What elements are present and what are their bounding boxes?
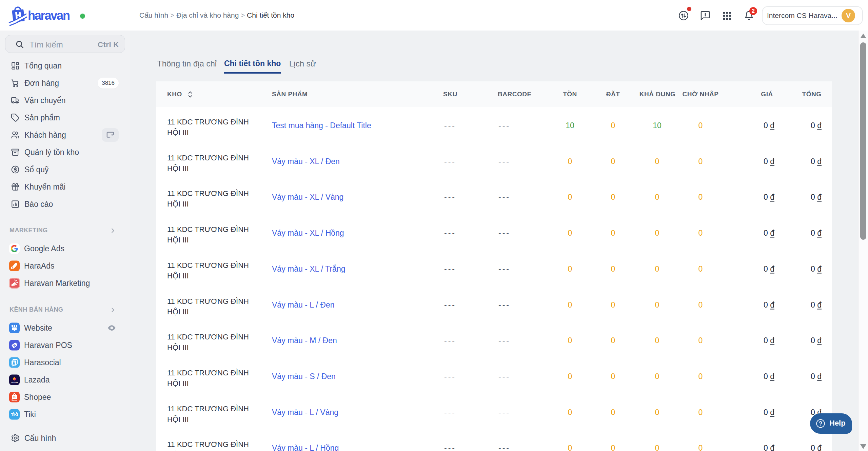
svg-text:TIKI: TIKI <box>11 412 18 417</box>
svg-text:Lazada: Lazada <box>11 381 18 384</box>
svg-text:Shopee: Shopee <box>12 399 17 401</box>
svg-text:S: S <box>13 395 16 399</box>
